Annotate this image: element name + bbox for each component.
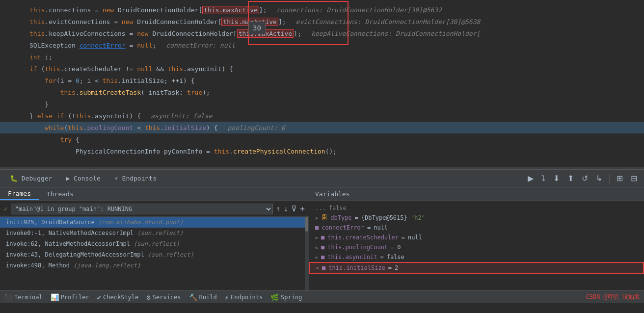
spring-icon: 🌿 [270, 293, 279, 301]
variables-panel: Variables ... false ▸ 🗄 dbType = {DbType… [309, 187, 644, 290]
frames-panel: Frames Threads ✓ "main"@1 in group "main… [0, 187, 309, 290]
step-over-button[interactable]: ⤵ [538, 173, 548, 184]
code-line-4: SQLException connectError = null; connec… [0, 39, 644, 51]
variables-header: Variables [309, 187, 644, 201]
infinity-icon4: ∞ [316, 265, 319, 271]
debugger-tab-bar: 🐛 Debugger ▶ Console ⚡ Endpoints ▶ ⤵ ⬇ ⬆… [0, 170, 644, 187]
toolbar-separator [609, 174, 610, 183]
tab-console[interactable]: ▶ Console [60, 173, 106, 184]
endpoints-status-icon: ⚡ [225, 293, 229, 301]
profiler-label: Profiler [61, 294, 89, 301]
var-item-initialsize[interactable]: ∞ ■ this.initialSize = 2 [309, 262, 644, 274]
field-icon2: ■ [321, 234, 324, 241]
frame-item-0[interactable]: init:925, DruidDataSource (com.alibaba.d… [0, 217, 309, 228]
frames-threads-tab-bar: Frames Threads [0, 187, 309, 201]
code-line-3: this.keepAliveConnections = new DruidCon… [0, 27, 644, 39]
frame-list: init:925, DruidDataSource (com.alibaba.d… [0, 217, 309, 290]
var-item-dbtype[interactable]: ▸ 🗄 dbType = {DbType@5615} "h2" [309, 213, 644, 223]
frame-item-3[interactable]: invoke:43, DelegatingMethodAccessorImpl … [0, 249, 309, 260]
code-line-6: if (this.createScheduler != null && this… [0, 63, 644, 75]
debugger-content: Frames Threads ✓ "main"@1 in group "main… [0, 187, 644, 290]
status-spring[interactable]: 🌿 Spring [270, 293, 302, 301]
code-line-8: this.submitCreateTask( initTask: true); [0, 86, 644, 98]
frame-item-4[interactable]: invoke:498, Method (java.lang.reflect) [0, 260, 309, 271]
thread-dropdown[interactable]: "main"@1 in group "main": RUNNING [11, 204, 273, 214]
field-icon5: ■ [322, 264, 325, 271]
build-label: Build [199, 294, 217, 301]
code-line-13: PhysicalConnectionInfo pyConnInfo = this… [0, 145, 644, 157]
code-line-1: this.connections = new DruidConnectionHo… [0, 4, 644, 16]
infinity-icon: ∞ [315, 235, 318, 240]
run-to-cursor-button[interactable]: ↺ [579, 173, 591, 184]
status-terminal[interactable]: ⬛ Terminal [4, 293, 43, 301]
status-services[interactable]: ⚙ Services [146, 293, 181, 301]
frame-scroll-thumb[interactable] [305, 217, 308, 232]
status-endpoints[interactable]: ⚡ Endpoints [225, 293, 263, 301]
var-item-connecterror[interactable]: ■ connectError = null [309, 223, 644, 233]
build-icon: 🔨 [189, 293, 197, 301]
checkstyle-label: CheckStyle [103, 294, 138, 301]
var-item-asyncinit[interactable]: ∞ ■ this.asyncInit = false [309, 252, 644, 262]
services-label: Services [153, 294, 181, 301]
checkstyle-icon: ✔ [97, 293, 101, 301]
evaluate-button[interactable]: ↳ [593, 173, 605, 184]
frame-scrollbar[interactable] [305, 217, 309, 290]
status-profiler[interactable]: 📊 Profiler [51, 293, 89, 301]
tab-frames[interactable]: Frames [0, 188, 39, 200]
thread-filter-icon[interactable]: ⊽ [291, 204, 297, 213]
step-into-button[interactable]: ⬇ [550, 173, 563, 184]
infinity-icon2: ∞ [315, 245, 318, 250]
variable-list: ... false ▸ 🗄 dbType = {DbType@5615} "h2… [309, 201, 644, 290]
endpoints-label: Endpoints [231, 294, 263, 301]
status-checkstyle[interactable]: ✔ CheckStyle [97, 293, 139, 301]
status-bar: ⬛ Terminal 📊 Profiler ✔ CheckStyle ⚙ Ser… [0, 290, 644, 303]
var-item-createscheduler[interactable]: ∞ ■ this.createScheduler = null [309, 233, 644, 242]
console-icon: ▶ [66, 175, 70, 182]
resume-button[interactable]: ▶ [525, 173, 537, 184]
endpoints-icon: ⚡ [114, 175, 118, 182]
thread-add-icon[interactable]: + [300, 204, 305, 213]
var-item-poolingcount[interactable]: ∞ ■ this.poolingCount = 0 [309, 242, 644, 252]
var-item-top: ... false [309, 203, 644, 213]
code-line-9: } [0, 98, 644, 110]
services-icon: ⚙ [146, 293, 150, 301]
infinity-icon3: ∞ [315, 255, 318, 260]
step-out-button[interactable]: ⬆ [564, 173, 577, 184]
profiler-icon: 📊 [51, 293, 59, 301]
tab-debugger[interactable]: 🐛 Debugger [4, 173, 58, 184]
settings-button[interactable]: ⊟ [628, 173, 640, 184]
frames-button[interactable]: ⊞ [614, 173, 626, 184]
db-icon: 🗄 [322, 214, 327, 221]
tab-endpoints[interactable]: ⚡ Endpoints [108, 173, 162, 184]
tab-threads[interactable]: Threads [39, 188, 81, 200]
code-editor: this.connections = new DruidConnectionHo… [0, 0, 644, 167]
thread-check-icon: ✓ [4, 205, 8, 212]
thread-selector: ✓ "main"@1 in group "main": RUNNING ↑ ↓ … [0, 201, 309, 217]
watermark: CSDN_@可惜_没如果 [586, 293, 640, 301]
code-line-10: } else if (!this.asyncInit) { asyncInit:… [0, 110, 644, 122]
code-line-5: int i; [0, 51, 644, 63]
expand-icon: ▸ [315, 214, 319, 221]
code-line-2: this.evictConnections = new DruidConnect… [0, 16, 644, 27]
field-icon: ■ [315, 224, 319, 231]
code-line-12: try { [0, 133, 644, 145]
terminal-icon: ⬛ [4, 293, 12, 301]
thread-up-arrow[interactable]: ↑ [276, 204, 281, 213]
tooltip-value: 30 [248, 22, 266, 34]
field-icon3: ■ [321, 244, 324, 251]
frame-item-1[interactable]: invoke0:-1, NativeMethodAccessorImpl (su… [0, 228, 309, 238]
debugger-icon: 🐛 [10, 175, 18, 182]
spring-label: Spring [281, 294, 302, 301]
code-line-11: while(this.poolingCount < this.initialSi… [0, 122, 644, 133]
code-line-7: for(i = 0; i < this.initialSize; ++i) { [0, 75, 644, 86]
terminal-label: Terminal [14, 294, 43, 301]
status-build[interactable]: 🔨 Build [189, 293, 217, 301]
thread-down-arrow[interactable]: ↓ [284, 204, 289, 213]
field-icon4: ■ [321, 254, 324, 261]
frame-item-2[interactable]: invoke:62, NativeMethodAccessorImpl (sun… [0, 238, 309, 249]
